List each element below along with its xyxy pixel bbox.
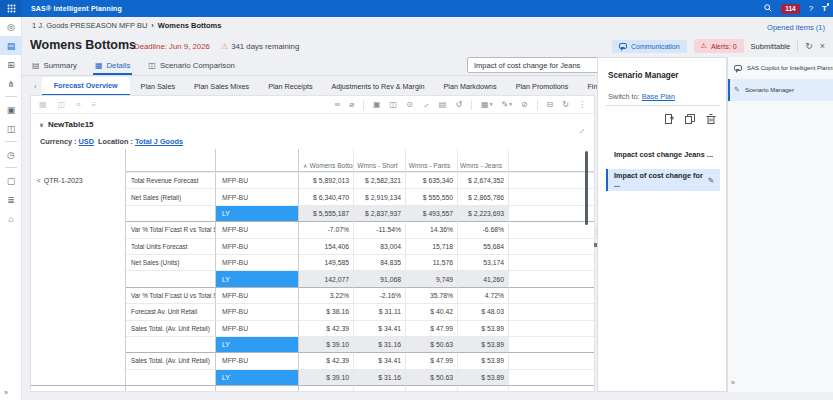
subtab-plan-receipts[interactable]: Plan Receipts [260,78,320,95]
value-cell[interactable]: $ 5,555,187 [299,205,354,221]
value-cell[interactable]: 9,749 [406,270,458,286]
value-cell[interactable]: 35.78% [406,287,458,303]
value-cell[interactable]: $ 635,340 [406,172,458,188]
rail-review-icon[interactable]: ▢ [0,171,22,190]
value-cell[interactable]: 53,174 [458,254,509,270]
link-icon[interactable]: ∞ [334,101,340,109]
value-cell[interactable]: $ 34.41 [354,320,406,336]
validate-icon[interactable]: ⊘ [521,101,528,109]
subtab-plan-sales-mixes[interactable]: Plan Sales Mixes [186,78,257,95]
unlink-icon[interactable]: ⌀ [349,101,354,109]
currency-link[interactable]: USD [79,137,94,146]
time-cell[interactable]: >Feb-23 [31,385,126,392]
image-icon[interactable]: ◫ [58,101,66,109]
avatar[interactable]: T [822,4,827,13]
search-icon[interactable] [764,4,772,14]
tab-summary[interactable]: ▤Summary [30,57,79,75]
scenario-list-item[interactable]: Impact cost change Jeans ... [606,143,720,165]
table-options-icon[interactable]: ▦▾ [481,101,492,109]
subtab-scroll-left-icon[interactable]: ‹ [32,82,39,91]
value-cell[interactable]: $ 6,340,470 [299,188,354,204]
value-cell[interactable]: $ 727,596 [458,385,509,392]
value-cell[interactable]: $ 31.16 [354,336,406,352]
value-cell[interactable]: 11,576 [406,254,458,270]
dock-item-copilot[interactable]: SAS Copilot for Intelligent Planning [728,57,833,79]
value-cell[interactable]: $ 39.10 [299,336,354,352]
value-cell[interactable]: 149,585 [299,254,354,270]
column-header-wmns-short[interactable]: Wmns - Short [354,159,406,172]
collapse-group-icon[interactable]: < [37,177,41,184]
calendar-icon[interactable]: ▦ [39,101,47,109]
value-cell[interactable]: $ 611,966 [354,385,406,392]
value-cell[interactable]: 41,260 [458,270,509,286]
rail-history-icon[interactable]: ◷ [0,145,22,164]
rail-layers-icon[interactable]: ≣ [0,190,22,209]
subtab-plan-promotions[interactable]: Plan Promotions [508,78,577,95]
value-cell[interactable]: -11.54% [354,221,406,237]
scenario-list-item[interactable]: Impact of cost change for ...✎ [606,169,720,191]
communication-button[interactable]: Communication [612,40,687,53]
value-cell[interactable]: $ 31.11 [354,303,406,319]
value-cell[interactable]: $ 42.39 [299,320,354,336]
value-cell[interactable]: $ 50.63 [406,336,458,352]
value-cell[interactable]: $ 2,674,352 [458,172,509,188]
value-cell[interactable]: $ 186,056 [406,385,458,392]
value-cell[interactable]: 15,718 [406,238,458,254]
value-cell[interactable]: $ 39.10 [299,369,354,385]
base-plan-link[interactable]: Base Plan [642,92,675,101]
value-cell[interactable]: $ 34.41 [354,352,406,368]
rail-apps-icon[interactable]: ⊞ [0,55,22,74]
rail-tasks-icon[interactable]: ▣ [0,100,22,119]
alerts-button[interactable]: ⚠ Alerts: 0 [694,39,744,53]
value-cell[interactable]: 91,068 [354,270,406,286]
value-cell[interactable]: $ 53.89 [458,369,509,385]
vertical-scrollbar[interactable] [585,151,589,225]
tab-scenario-comparison[interactable]: ◫Scenario Comparison [146,57,237,75]
value-cell[interactable]: 83,004 [354,238,406,254]
expand-group-icon[interactable]: > [37,390,41,392]
table-name-toggle[interactable]: ∨ NewTable15 [39,120,94,129]
rail-expand-icon[interactable]: » [4,389,8,396]
value-cell[interactable]: $ 53.89 [458,352,509,368]
value-cell[interactable]: 55,684 [458,238,509,254]
close-icon[interactable]: × [820,42,825,51]
sync-icon[interactable]: ↻ [562,101,569,109]
value-cell[interactable]: $ 5,892,013 [299,172,354,188]
value-cell[interactable]: $ 2,919,134 [354,188,406,204]
print-icon[interactable]: ▤ [439,101,447,109]
notification-badge[interactable]: 114 [781,4,800,14]
more-icon[interactable]: ⋮ [578,101,586,109]
value-cell[interactable]: 4.72% [458,287,509,303]
help-icon[interactable]: ? [809,5,813,13]
list-settings-icon[interactable]: ≡ [92,101,97,109]
subtab-forecast-overview[interactable]: Forecast Overview [42,77,130,96]
fullscreen-icon[interactable]: ↔ [422,101,430,109]
subtab-plan-sales[interactable]: Plan Sales [133,78,183,95]
value-cell[interactable]: $ 40.42 [406,303,458,319]
value-cell[interactable]: 84,835 [354,254,406,270]
delete-scenario-icon[interactable] [706,110,716,128]
subtab-plan-markdowns[interactable]: Plan Markdowns [436,78,505,95]
rail-reports-icon[interactable]: ◫ [0,119,22,138]
dock-expand-icon[interactable]: » [731,379,735,386]
dock-item-scenario-manager[interactable]: ✎Scenario Manager [728,79,833,101]
save-icon[interactable]: ▣ [373,101,381,109]
value-cell[interactable]: -2.16% [354,287,406,303]
value-cell[interactable]: $ 38.16 [299,303,354,319]
column-header-wmns-jeans[interactable]: Wmns - Jeans [458,159,509,172]
rail-hierarchy-icon[interactable]: ⋔ [0,74,22,93]
value-cell[interactable]: -6.68% [458,221,509,237]
new-scenario-icon[interactable] [664,110,674,128]
value-cell[interactable]: $ 1,525,618 [299,385,354,392]
rail-home-icon[interactable]: ◎ [0,17,22,36]
refresh-icon[interactable]: ↻ [805,42,813,51]
value-cell[interactable]: $ 555,550 [406,188,458,204]
rail-documents-icon[interactable]: ▤ [0,36,22,55]
value-cell[interactable]: $ 48.03 [458,303,509,319]
subtab-adjustments-to-rev-margin[interactable]: Adjustments to Rev & Margin [323,78,432,95]
edit-options-icon[interactable]: ✎▾ [501,101,511,109]
value-cell[interactable]: $ 50.63 [406,369,458,385]
breadcrumb-parent[interactable]: 1 J. Goods PRESEASON MFP BU [32,21,147,30]
value-cell[interactable]: $ 2,865,786 [458,188,509,204]
value-cell[interactable]: $ 2,223,693 [458,205,509,221]
